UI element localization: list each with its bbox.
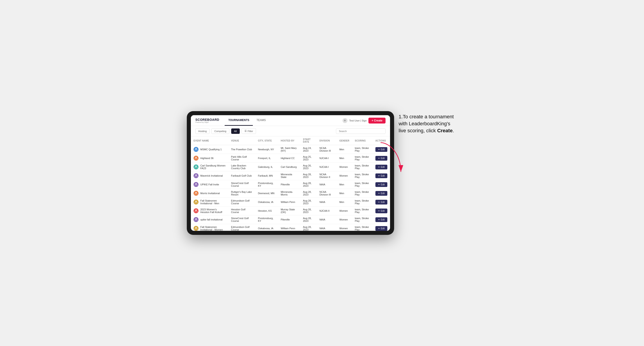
table-row: MSMC Qualifying 1 The Powelton Club Newb… — [191, 145, 390, 154]
cell-hosted: Minnesota State — [278, 172, 300, 180]
cell-hosted: William Penn — [278, 198, 300, 206]
cell-venue: StoneCrest Golf Course — [228, 215, 255, 224]
filter-all[interactable]: All — [231, 129, 240, 134]
cell-actions: ✏ Edit — [373, 189, 390, 198]
cell-city: Prestonsburg, KY — [255, 215, 278, 224]
tablet-frame: SCOREBOARD Powered by Clippit TOURNAMENT… — [187, 111, 394, 235]
table-row: Morris Invitational Ruttger's Bay Lake R… — [191, 189, 390, 198]
cell-city: Hesston, KS — [255, 206, 278, 215]
cell-date: Aug 24, 2023 — [300, 145, 316, 154]
cell-date: Aug 28, 2023 — [300, 180, 316, 189]
page-wrapper: SCOREBOARD Powered by Clippit TOURNAMENT… — [187, 111, 457, 235]
filter-button[interactable]: ☰ Filter — [242, 128, 256, 134]
cell-division: NJCAA I — [317, 163, 337, 172]
cell-scoring: team, Stroke Play — [352, 172, 373, 180]
cell-event-name: UPIKE Fall Invite — [191, 180, 228, 189]
cell-actions: ✏ Edit — [373, 180, 390, 189]
cell-city: Prestonsburg, KY — [255, 180, 278, 189]
cell-event-name: Carl Sandburg Women FA23 — [191, 163, 228, 172]
svg-point-2 — [196, 166, 197, 167]
cell-actions: ✏ Edit — [373, 224, 390, 231]
user-label: Test User | Sign — [349, 119, 366, 122]
cell-hosted: Pikeville — [278, 215, 300, 224]
cell-date: Aug 26, 2023 — [300, 163, 316, 172]
edit-button[interactable]: ✏ Edit — [376, 200, 387, 204]
cell-gender: Women — [337, 224, 352, 231]
edit-button[interactable]: ✏ Edit — [376, 226, 387, 231]
edit-button[interactable]: ✏ Edit — [376, 217, 387, 222]
cell-scoring: team, Stroke Play — [352, 224, 373, 231]
cell-gender: Women — [337, 215, 352, 224]
cell-event-name: 2023 Women's Hesston Fall Kickoff — [191, 206, 228, 215]
cell-venue: Edmundson Golf Course — [228, 198, 255, 206]
cell-city: Deerwood, MN — [255, 189, 278, 198]
pencil-icon: ✏ — [378, 210, 380, 212]
cell-division: NAIA — [317, 180, 337, 189]
cell-division: NCAA Division III — [317, 189, 337, 198]
cell-venue: Hesston Golf Course — [228, 206, 255, 215]
annotation-text: 1.To create a tournament with Leaderboar… — [398, 113, 455, 134]
create-button[interactable]: + Create — [368, 118, 386, 124]
cell-division: NJCAA I — [317, 154, 337, 163]
tab-teams[interactable]: TEAMS — [253, 115, 269, 126]
toolbar: Hosting Competing All ☰ Filter — [191, 126, 390, 136]
cell-scoring: team, Stroke Play — [352, 163, 373, 172]
cell-event-name: Maverick Invitational — [191, 172, 228, 180]
cell-hosted: Highland CC — [278, 154, 300, 163]
table-container: EVENT NAME VENUE CITY, STATE HOSTED BY S… — [191, 136, 390, 231]
cell-scoring: team, Stroke Play — [352, 180, 373, 189]
edit-button[interactable]: ✏ Edit — [376, 191, 387, 196]
pencil-icon: ✏ — [378, 218, 380, 221]
col-event-name: EVENT NAME — [191, 136, 228, 145]
cell-actions: ✏ Edit — [373, 206, 390, 215]
events-table: EVENT NAME VENUE CITY, STATE HOSTED BY S… — [191, 136, 390, 231]
cell-hosted: Pikeville — [278, 180, 300, 189]
table-row: upike fall invitational StoneCrest Golf … — [191, 215, 390, 224]
table-row: 2023 Women's Hesston Fall Kickoff Hessto… — [191, 206, 390, 215]
cell-scoring: team, Stroke Play — [352, 189, 373, 198]
edit-button[interactable]: ✏ Edit — [376, 208, 387, 213]
pencil-icon: ✏ — [378, 192, 380, 195]
cell-gender: Women — [337, 163, 352, 172]
col-city: CITY, STATE — [255, 136, 278, 145]
cell-actions: ✏ Edit — [373, 198, 390, 206]
search-input[interactable] — [336, 129, 386, 134]
cell-venue: Park Hills Golf Course — [228, 154, 255, 163]
cell-city: Newburgh, NY — [255, 145, 278, 154]
cell-hosted: Mt. Saint Mary (NY) — [278, 145, 300, 154]
tab-tournaments[interactable]: TOURNAMENTS — [225, 115, 253, 126]
header-right: ⚙ Test User | Sign + Create — [342, 118, 386, 124]
col-start-date: START DATE — [300, 136, 316, 145]
filter-competing[interactable]: Competing — [211, 129, 229, 134]
cell-date: Aug 28, 2023 — [300, 172, 316, 180]
cell-gender: Men — [337, 180, 352, 189]
pencil-icon: ✏ — [378, 227, 380, 230]
search-wrapper — [336, 129, 386, 134]
cell-event-name: MSMC Qualifying 1 — [191, 145, 228, 154]
annotation-area: 1.To create a tournament with Leaderboar… — [394, 111, 457, 136]
cell-venue: Faribault Golf Club — [228, 172, 255, 180]
filter-hosting[interactable]: Hosting — [195, 129, 210, 134]
svg-point-6 — [196, 201, 197, 202]
cell-venue: Lake Bracken Country Club — [228, 163, 255, 172]
cell-city: Freeport, IL — [255, 154, 278, 163]
table-header-row: EVENT NAME VENUE CITY, STATE HOSTED BY S… — [191, 136, 390, 145]
filter-icon: ☰ — [244, 130, 247, 133]
cell-event-name: Highland 36 — [191, 154, 228, 163]
cell-gender: Women — [337, 172, 352, 180]
svg-point-8 — [196, 218, 197, 220]
svg-point-5 — [196, 192, 197, 193]
edit-button[interactable]: ✏ Edit — [376, 182, 387, 187]
cell-actions: ✏ Edit — [373, 215, 390, 224]
table-row: Fall Statesmen Invitational - Men Edmund… — [191, 198, 390, 206]
logo-area: SCOREBOARD Powered by Clippit — [195, 118, 219, 123]
cell-event-name: Fall Statesmen Invitational - Women — [191, 224, 228, 231]
cell-event-name: upike fall invitational — [191, 215, 228, 224]
cell-division: NAIA — [317, 215, 337, 224]
cell-division: NAIA — [317, 198, 337, 206]
cell-gender: Men — [337, 145, 352, 154]
col-venue: VENUE — [228, 136, 255, 145]
table-row: Highland 36 Park Hills Golf Course Freep… — [191, 154, 390, 163]
settings-icon[interactable]: ⚙ — [342, 118, 348, 123]
cell-date: Aug 28, 2023 — [300, 224, 316, 231]
